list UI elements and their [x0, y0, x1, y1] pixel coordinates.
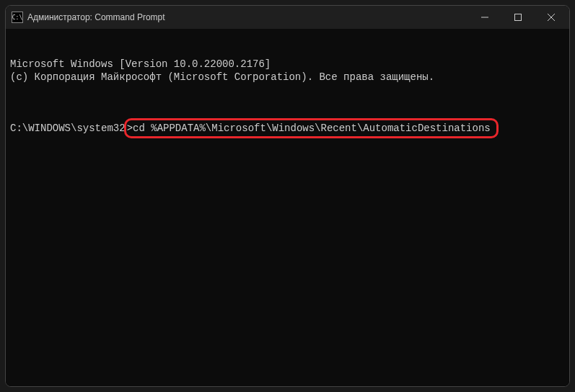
close-button[interactable]: [535, 6, 568, 29]
app-icon-text: C:\: [12, 14, 22, 21]
output-line: Microsoft Windows [Version 10.0.22000.21…: [10, 58, 565, 71]
command-highlight: >cd %APPDATA%\Microsoft\Windows\Recent\A…: [124, 118, 499, 138]
maximize-button[interactable]: [501, 6, 535, 29]
prompt-char: >: [127, 122, 133, 134]
app-icon: C:\: [12, 12, 23, 23]
maximize-icon: [514, 14, 522, 21]
svg-rect-1: [515, 14, 522, 21]
minimize-button[interactable]: [468, 6, 501, 29]
titlebar[interactable]: C:\ Администратор: Command Prompt: [6, 6, 569, 29]
cursor: [499, 123, 504, 134]
output-line: (c) Корпорация Майкрософт (Microsoft Cor…: [10, 71, 565, 84]
command-text: cd %APPDATA%\Microsoft\Windows\Recent\Au…: [133, 122, 491, 134]
minimize-icon: [481, 14, 488, 21]
prompt-path: C:\WINDOWS\system32: [10, 122, 126, 135]
close-icon: [548, 14, 555, 21]
window-controls: [468, 6, 568, 29]
prompt-line: C:\WINDOWS\system32>cd %APPDATA%\Microso…: [10, 118, 565, 138]
terminal-area[interactable]: Microsoft Windows [Version 10.0.22000.21…: [6, 29, 569, 386]
command-prompt-window: C:\ Администратор: Command Prompt Micros…: [5, 5, 570, 387]
window-title: Администратор: Command Prompt: [27, 12, 468, 22]
